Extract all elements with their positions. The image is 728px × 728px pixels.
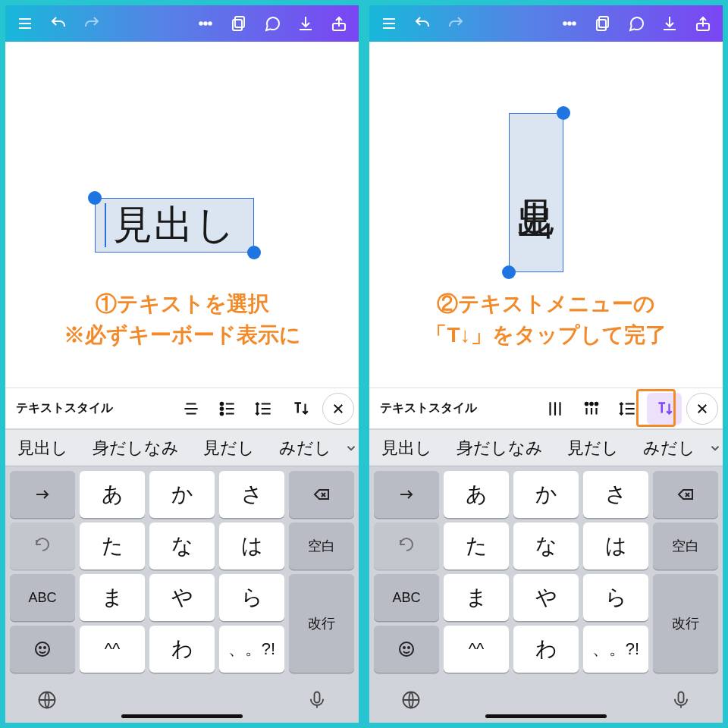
key-a[interactable]: あ xyxy=(80,471,145,518)
share-icon[interactable] xyxy=(686,5,720,42)
key-punct[interactable]: 、。?! xyxy=(583,626,648,673)
menu-icon[interactable] xyxy=(8,5,42,42)
align-icon[interactable] xyxy=(174,393,209,425)
annotation-text: ①テキストを選択 ※必ずキーボード表示に xyxy=(5,289,359,350)
key-wa[interactable]: わ xyxy=(149,626,215,673)
comment-icon[interactable] xyxy=(620,5,653,42)
more-icon[interactable] xyxy=(189,5,222,42)
key-sa[interactable]: さ xyxy=(583,471,648,518)
comment-icon[interactable] xyxy=(256,5,289,42)
svg-point-15 xyxy=(568,22,571,25)
redo-icon[interactable] xyxy=(439,5,472,42)
key-space[interactable]: 空白 xyxy=(653,522,718,570)
key-punct[interactable]: 、。?! xyxy=(219,626,284,673)
key-tab[interactable] xyxy=(10,471,75,518)
key-emoji[interactable] xyxy=(10,626,75,673)
svg-point-1 xyxy=(204,22,207,25)
prediction-item[interactable]: 見だし xyxy=(555,437,631,460)
key-ta[interactable]: た xyxy=(444,522,509,570)
text-vertical-icon[interactable] xyxy=(283,393,318,425)
key-backspace[interactable] xyxy=(653,471,718,518)
key-ma[interactable]: ま xyxy=(80,574,145,621)
download-icon[interactable] xyxy=(289,5,322,42)
key-undo[interactable] xyxy=(374,522,439,570)
more-icon[interactable] xyxy=(553,5,586,42)
prediction-item[interactable]: みだし xyxy=(267,437,344,460)
key-undo[interactable] xyxy=(10,522,75,570)
key-ra[interactable]: ら xyxy=(219,574,284,621)
key-backspace[interactable] xyxy=(289,471,354,518)
undo-icon[interactable] xyxy=(42,5,75,42)
globe-icon[interactable] xyxy=(33,686,61,714)
key-kaomoji[interactable]: ^^ xyxy=(80,626,145,673)
key-tab[interactable] xyxy=(374,471,439,518)
key-ya[interactable]: や xyxy=(513,574,579,621)
list-bullets-icon[interactable] xyxy=(210,393,245,425)
prediction-item[interactable]: 見出し xyxy=(5,437,80,460)
canvas[interactable]: 見出し ①テキストを選択 ※必ずキーボード表示に xyxy=(5,42,359,388)
prediction-item[interactable]: 身だしなみ xyxy=(444,437,555,460)
key-ma[interactable]: ま xyxy=(444,574,509,621)
prediction-bar: 見出し 身だしなみ 見だし みだし xyxy=(5,430,359,466)
collapse-predictions-icon[interactable] xyxy=(708,430,723,466)
text-vertical-icon[interactable] xyxy=(647,393,682,425)
svg-point-10 xyxy=(39,647,41,648)
text-style-button[interactable]: テキストスタイル xyxy=(10,400,119,416)
text-style-button[interactable]: テキストスタイル xyxy=(374,400,483,416)
prediction-item[interactable]: 身だしなみ xyxy=(80,437,191,460)
canvas[interactable]: 見出し ②テキストメニューの 「T↓」をタップして完了 xyxy=(369,42,723,388)
key-sa[interactable]: さ xyxy=(219,471,284,518)
svg-point-25 xyxy=(408,647,410,648)
key-ha[interactable]: は xyxy=(219,522,284,570)
prediction-item[interactable]: 見だし xyxy=(191,437,267,460)
key-return[interactable]: 改行 xyxy=(289,574,354,673)
resize-handle-br[interactable] xyxy=(247,246,261,259)
key-ha[interactable]: は xyxy=(583,522,648,570)
key-a[interactable]: あ xyxy=(444,471,509,518)
redo-icon[interactable] xyxy=(75,5,108,42)
selected-text-box-vertical[interactable]: 見出し xyxy=(509,113,563,272)
key-na[interactable]: な xyxy=(513,522,579,570)
globe-icon[interactable] xyxy=(397,686,425,714)
key-ya[interactable]: や xyxy=(149,574,215,621)
resize-handle-bl[interactable] xyxy=(502,265,516,279)
svg-point-9 xyxy=(36,642,49,656)
undo-icon[interactable] xyxy=(406,5,439,42)
svg-point-11 xyxy=(44,647,46,648)
svg-point-16 xyxy=(573,22,576,25)
mic-icon[interactable] xyxy=(667,686,695,714)
dots-grid-icon[interactable] xyxy=(574,393,609,425)
phone-left: 見出し ①テキストを選択 ※必ずキーボード表示に テキストスタイル 見出し 身だ… xyxy=(5,5,359,723)
home-indicator xyxy=(121,714,243,718)
close-toolbar-icon[interactable] xyxy=(322,393,354,425)
key-abc[interactable]: ABC xyxy=(374,574,439,621)
pages-icon[interactable] xyxy=(222,5,256,42)
key-ta[interactable]: た xyxy=(80,522,145,570)
collapse-predictions-icon[interactable] xyxy=(344,430,359,466)
key-ka[interactable]: か xyxy=(149,471,215,518)
key-wa[interactable]: わ xyxy=(513,626,579,673)
key-ka[interactable]: か xyxy=(513,471,579,518)
key-space[interactable]: 空白 xyxy=(289,522,354,570)
text-content: 見出し xyxy=(113,199,237,252)
download-icon[interactable] xyxy=(653,5,686,42)
key-ra[interactable]: ら xyxy=(583,574,648,621)
resize-handle-tr[interactable] xyxy=(557,106,570,120)
pages-icon[interactable] xyxy=(586,5,620,42)
line-spacing-icon[interactable] xyxy=(246,393,281,425)
prediction-item[interactable]: 見出し xyxy=(369,437,444,460)
resize-handle-tl[interactable] xyxy=(88,191,102,205)
mic-icon[interactable] xyxy=(303,686,331,714)
share-icon[interactable] xyxy=(322,5,356,42)
menu-icon[interactable] xyxy=(372,5,406,42)
align-bars-icon[interactable] xyxy=(538,393,573,425)
selected-text-box[interactable]: 見出し xyxy=(95,198,254,253)
key-emoji[interactable] xyxy=(374,626,439,673)
key-kaomoji[interactable]: ^^ xyxy=(444,626,509,673)
line-spacing-icon[interactable] xyxy=(610,393,645,425)
key-return[interactable]: 改行 xyxy=(653,574,718,673)
key-na[interactable]: な xyxy=(149,522,215,570)
prediction-item[interactable]: みだし xyxy=(631,437,708,460)
key-abc[interactable]: ABC xyxy=(10,574,75,621)
close-toolbar-icon[interactable] xyxy=(686,393,718,425)
